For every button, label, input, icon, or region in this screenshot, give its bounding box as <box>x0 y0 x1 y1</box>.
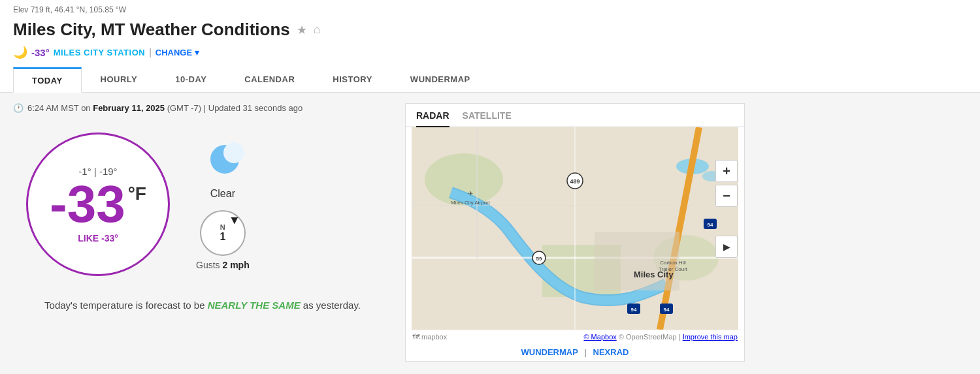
map-footer: 🗺 mapbox © Mapbox © OpenStreetMap | Impr… <box>406 330 744 343</box>
condition-panel: Clear Miles City N 1 ▲ Gusts 2 mph <box>196 138 250 270</box>
map-attribution: © Mapbox © OpenStreetMap | Improve this … <box>583 333 738 341</box>
svg-text:94: 94 <box>664 307 670 313</box>
wind-north-label: N <box>220 223 225 231</box>
separator: | <box>149 47 152 57</box>
svg-point-1 <box>223 142 244 163</box>
zoom-out-button[interactable]: − <box>715 185 738 207</box>
clock-icon: 🕐 <box>13 103 24 113</box>
tab-10day[interactable]: 10-DAY <box>156 67 225 92</box>
improve-map-link[interactable]: Improve this map <box>683 333 738 341</box>
change-station-button[interactable]: CHANGE ▾ <box>155 48 199 57</box>
mapbox-logo: 🗺 mapbox <box>412 333 447 341</box>
svg-text:✈: ✈ <box>468 190 473 197</box>
main-temperature: -33°F <box>50 178 146 230</box>
svg-text:94: 94 <box>631 307 637 313</box>
station-name: MILES CITY STATION <box>54 48 145 57</box>
wind-arrow-icon: ▲ <box>229 214 240 228</box>
tab-wundermap[interactable]: WUNDERMAP <box>391 67 489 92</box>
home-icon[interactable]: ⌂ <box>314 23 321 37</box>
favorite-icon[interactable]: ★ <box>297 23 307 37</box>
map-panel: RADAR SATELLITE <box>405 103 745 362</box>
condition-text: Clear <box>210 188 235 200</box>
tab-radar[interactable]: RADAR <box>416 110 449 127</box>
weather-display: -1° | -19° -33°F LIKE -33° Clear <box>13 126 392 283</box>
map-bottom-links: WUNDERMAP | NEXRAD <box>406 343 744 361</box>
time-info: 🕐 6:24 AM MST on February 11, 2025 (GMT … <box>13 103 392 113</box>
svg-text:Carbon Hill: Carbon Hill <box>660 260 686 266</box>
station-temp: -33° <box>31 47 50 58</box>
map-svg: ✈ Miles City Airport 489 59 94 94 94 Mil… <box>406 127 744 330</box>
tab-calendar[interactable]: CALENDAR <box>225 67 314 92</box>
main-nav: TODAY HOURLY 10-DAY CALENDAR HISTORY WUN… <box>13 67 967 92</box>
svg-text:59: 59 <box>536 256 542 262</box>
page-title: Miles City, MT Weather Conditions <box>13 20 290 40</box>
play-animation-button[interactable]: ▶ <box>715 236 738 258</box>
map-container: ✈ Miles City Airport 489 59 94 94 94 Mil… <box>406 127 744 330</box>
wind-speed: 1 <box>220 231 225 243</box>
gusts-info: Gusts 2 mph <box>196 260 250 270</box>
feels-like: LIKE -33° <box>78 233 118 243</box>
wundermap-link[interactable]: WUNDERMAP <box>521 347 578 357</box>
nexrad-link[interactable]: NEXRAD <box>593 347 629 357</box>
tab-today[interactable]: TODAY <box>13 67 82 93</box>
zoom-in-button[interactable]: + <box>715 160 738 182</box>
temperature-circle: -1° | -19° -33°F LIKE -33° <box>26 132 170 276</box>
tab-hourly[interactable]: HOURLY <box>82 67 157 92</box>
time-text: 6:24 AM MST on February 11, 2025 (GMT -7… <box>27 103 302 113</box>
tab-history[interactable]: HISTORY <box>314 67 391 92</box>
svg-text:Miles City Airport: Miles City Airport <box>451 200 491 206</box>
svg-text:Trailer Court: Trailer Court <box>659 266 688 272</box>
mapbox-link[interactable]: © Mapbox <box>583 333 616 341</box>
map-tabs: RADAR SATELLITE <box>406 104 744 127</box>
elevation-info: Elev 719 ft, 46.41 °N, 105.85 °W <box>13 5 967 17</box>
map-controls: + − ▶ <box>715 160 738 258</box>
forecast-text: Today's temperature is forecast to be NE… <box>13 298 392 313</box>
forecast-highlight: NEARLY THE SAME <box>208 300 301 311</box>
svg-text:94: 94 <box>708 222 713 228</box>
weather-icon-area: Clear <box>200 138 246 200</box>
wind-compass: Miles City N 1 ▲ <box>200 210 246 256</box>
moon-icon: 🌙 <box>13 45 27 59</box>
clear-moon-icon <box>200 138 246 184</box>
svg-text:489: 489 <box>570 178 580 185</box>
left-panel: 🕐 6:24 AM MST on February 11, 2025 (GMT … <box>13 103 392 362</box>
tab-satellite[interactable]: SATELLITE <box>463 110 512 127</box>
